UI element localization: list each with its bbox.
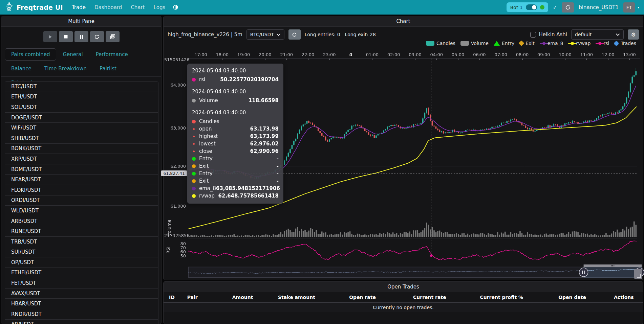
pair-list-item[interactable]: TRB/USDT: [5, 237, 158, 247]
pair-list-item[interactable]: XRP/USDT: [5, 154, 158, 164]
divider: [1, 76, 161, 77]
chevron-down-icon: ▾: [638, 5, 639, 9]
open-trades-header-row: IDPairAmountStake amountOpen rateCurrent…: [164, 292, 643, 303]
pair-list-item[interactable]: BTC/USDT: [5, 82, 158, 92]
nav-item-dashboard[interactable]: Dashboard: [94, 4, 122, 10]
pause-button[interactable]: [74, 31, 88, 42]
bot-online-indicator: [540, 5, 544, 9]
pair-list-item[interactable]: AR/USDT: [5, 320, 158, 324]
pair-list-item[interactable]: BOME/USDT: [5, 164, 158, 175]
pair-list-item[interactable]: RNDR/USDT: [5, 309, 158, 320]
pair-list-item[interactable]: AVAX/USDT: [5, 288, 158, 299]
pane-resize-grip[interactable]: [634, 269, 642, 279]
user-avatar[interactable]: FT: [623, 2, 635, 13]
freqtrade-robot-logo-icon: [5, 2, 14, 13]
navbar: Freqtrade UI TradeDashboardChartLogs Bot…: [0, 0, 644, 15]
pair-list-item[interactable]: BONK/USDT: [5, 144, 158, 154]
freqtrade-app: Freqtrade UI TradeDashboardChartLogs Bot…: [0, 0, 644, 324]
main-nav: TradeDashboardChartLogs: [72, 4, 165, 10]
bot-controls: [1, 31, 161, 42]
column-header-amount: Amount: [221, 295, 264, 300]
brand[interactable]: Freqtrade UI: [5, 2, 63, 13]
tab-balance[interactable]: Balance: [5, 63, 38, 75]
pair-list-item[interactable]: ARB/USDT: [5, 216, 158, 227]
column-header-pair: Pair: [185, 295, 221, 300]
open-trades-panel: Open Trades IDPairAmountStake amountOpen…: [163, 281, 643, 324]
tab-pairs-combined[interactable]: Pairs combined: [5, 48, 56, 61]
open-trades-empty-message: Currently no open trades.: [164, 303, 643, 312]
navbar-right: Bot 1 ✓ binance_USDT1 FT ▾: [507, 2, 639, 13]
pair-list-item[interactable]: RUNE/USDT: [5, 226, 158, 237]
tab-time-breakdown[interactable]: Time Breakdown: [38, 63, 93, 75]
pair-list-item[interactable]: NEAR/USDT: [5, 175, 158, 185]
column-header-open-date: Open date: [540, 295, 605, 300]
reload-button[interactable]: [90, 31, 104, 42]
tab-performance[interactable]: Performance: [89, 48, 134, 61]
global-refresh-button[interactable]: [562, 2, 574, 13]
column-header-stake-amount: Stake amount: [264, 295, 329, 300]
multi-pane-title: Multi Pane: [1, 16, 161, 27]
open-trades-title: Open Trades: [164, 282, 643, 292]
plot-area: 17:0018:0019:0020:0021:0022:0023:00401:0…: [164, 16, 644, 280]
play-button[interactable]: [43, 31, 57, 42]
bot-selector[interactable]: Bot 1: [507, 2, 548, 12]
pair-list-item[interactable]: HBAR/USDT: [5, 299, 158, 309]
column-header-current-profit-pct: Current profit %: [463, 295, 540, 300]
bot-label: Bot 1: [510, 5, 523, 10]
pair-list-item[interactable]: ETHFI/USDT: [5, 268, 158, 278]
clear-log-button[interactable]: [106, 31, 120, 42]
pair-list-item[interactable]: ORDI/USDT: [5, 195, 158, 206]
price-chart-canvas[interactable]: [164, 16, 644, 280]
column-header-id: ID: [164, 295, 185, 300]
stop-button[interactable]: [59, 31, 73, 42]
nav-item-chart[interactable]: Chart: [131, 4, 145, 10]
nav-item-logs[interactable]: Logs: [154, 4, 166, 10]
pair-list-item[interactable]: WLD/USDT: [5, 206, 158, 216]
pair-list-item[interactable]: SOL/USDT: [5, 102, 158, 113]
tab-pairlist[interactable]: Pairlist: [93, 63, 123, 75]
pair-list-item[interactable]: SHIB/USDT: [5, 133, 158, 144]
pair-list-item[interactable]: WIF/USDT: [5, 123, 158, 133]
pair-list-item[interactable]: ETH/USDT: [5, 92, 158, 102]
column-header-open-rate: Open rate: [329, 295, 396, 300]
pair-list-item[interactable]: FLOKI/USDT: [5, 185, 158, 195]
column-header-current-rate: Current rate: [396, 295, 463, 300]
multi-pane-panel: Multi Pane Pairs combinedGeneralPerforma…: [1, 16, 162, 324]
column-header-actions: Actions: [605, 295, 643, 300]
check-icon[interactable]: ✓: [553, 4, 557, 10]
brand-title: Freqtrade UI: [17, 4, 63, 11]
pair-list-item[interactable]: FET/USDT: [5, 278, 158, 288]
pair-list-item[interactable]: DOGE/USDT: [5, 113, 158, 123]
pair-list-item[interactable]: OP/USDT: [5, 257, 158, 268]
pair-list-item[interactable]: SUI/USDT: [5, 247, 158, 258]
nav-item-trade[interactable]: Trade: [72, 4, 86, 10]
theme-toggle-icon[interactable]: [173, 4, 178, 10]
tab-general[interactable]: General: [56, 48, 89, 61]
exchange-label: binance_USDT1: [579, 4, 619, 10]
bot-toggle[interactable]: [526, 4, 537, 10]
pair-list: BTC/USDTETH/USDTSOL/USDTDOGE/USDTWIF/USD…: [5, 81, 158, 324]
chart-panel: Chart high_frog_binance_v226 | 5m BTC/US…: [163, 16, 643, 280]
